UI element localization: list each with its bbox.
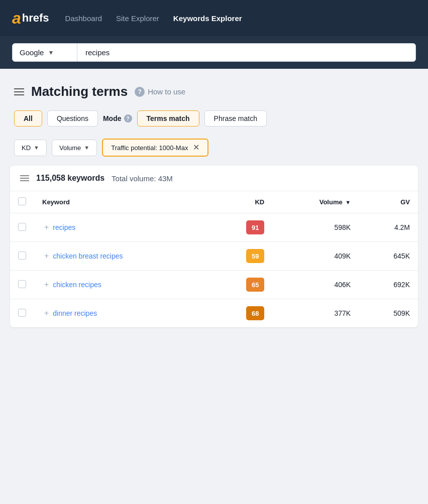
table-row: + chicken recipes 65 406K 692K — [10, 271, 418, 299]
row-checkbox-cell[interactable] — [10, 271, 34, 299]
keywords-count: 115,058 keywords — [36, 174, 104, 183]
volume-cell: 406K — [272, 271, 359, 299]
filter-row: KD ▼ Volume ▼ Traffic potential: 1000-Ma… — [0, 134, 428, 166]
tab-all[interactable]: All — [14, 110, 42, 127]
kd-cell: 59 — [210, 242, 272, 271]
page-header: Matching terms ? How to use — [0, 79, 428, 107]
row-checkbox-cell[interactable] — [10, 299, 34, 328]
gv-cell: 4.2M — [359, 213, 418, 242]
engine-chevron-icon: ▼ — [48, 49, 54, 56]
volume-sort-icon: ▼ — [345, 199, 351, 205]
col-header-gv: GV — [359, 191, 418, 213]
sidebar-toggle-icon[interactable] — [14, 88, 24, 95]
select-all-checkbox[interactable] — [18, 197, 26, 205]
add-keyword-button[interactable]: + — [42, 251, 51, 260]
keyword-link[interactable]: dinner recipes — [53, 309, 97, 317]
volume-cell: 409K — [272, 242, 359, 271]
kd-cell: 91 — [210, 213, 272, 242]
nav-dashboard[interactable]: Dashboard — [65, 14, 102, 23]
stats-row: 115,058 keywords Total volume: 43M — [10, 166, 418, 191]
table-row: + chicken breast recipes 59 409K 645K — [10, 242, 418, 271]
select-all-checkbox-header[interactable] — [10, 191, 34, 213]
tab-terms-match[interactable]: Terms match — [137, 110, 199, 127]
keyword-link[interactable]: chicken breast recipes — [53, 252, 123, 260]
keyword-link[interactable]: chicken recipes — [53, 281, 101, 289]
row-checkbox-cell[interactable] — [10, 213, 34, 242]
main-nav: Dashboard Site Explorer Keywords Explore… — [65, 14, 242, 23]
add-keyword-button[interactable]: + — [42, 223, 51, 231]
tab-phrase-match[interactable]: Phrase match — [204, 110, 267, 127]
keyword-cell: + dinner recipes — [34, 299, 210, 328]
mode-help-icon: ? — [124, 114, 132, 122]
page-title: Matching terms — [31, 84, 128, 99]
header: a hrefs Dashboard Site Explorer Keywords… — [0, 0, 428, 36]
nav-keywords-explorer[interactable]: Keywords Explorer — [173, 14, 242, 23]
kd-badge: 91 — [246, 220, 264, 234]
table-header-row: Keyword KD Volume ▼ GV — [10, 191, 418, 213]
traffic-filter-close-icon[interactable]: ✕ — [193, 144, 199, 152]
total-volume: Total volume: 43M — [112, 174, 173, 183]
kd-badge: 65 — [246, 278, 264, 292]
engine-label: Google — [20, 48, 44, 57]
keyword-cell: + recipes — [34, 213, 210, 242]
keyword-cell: + chicken breast recipes — [34, 242, 210, 271]
volume-label: Volume — [59, 144, 81, 152]
logo-a-letter: a — [12, 10, 21, 26]
logo-hrefs-text: hrefs — [22, 12, 49, 25]
volume-cell: 377K — [272, 299, 359, 328]
page-content: Matching terms ? How to use All Question… — [0, 69, 428, 327]
add-keyword-button[interactable]: + — [42, 280, 51, 289]
tab-questions[interactable]: Questions — [47, 110, 98, 127]
search-input[interactable] — [77, 43, 416, 62]
keywords-table: Keyword KD Volume ▼ GV + recipes — [10, 191, 418, 327]
gv-cell: 692K — [359, 271, 418, 299]
how-to-use-button[interactable]: ? How to use — [135, 87, 185, 97]
kd-chevron-icon: ▼ — [34, 145, 39, 151]
kd-label: KD — [22, 144, 31, 152]
col-header-kd: KD — [210, 191, 272, 213]
traffic-filter-label: Traffic potential: 1000-Max — [111, 144, 188, 152]
how-to-use-label: How to use — [148, 87, 185, 96]
results-menu-icon[interactable] — [20, 175, 29, 181]
nav-site-explorer[interactable]: Site Explorer — [116, 14, 159, 23]
search-bar: Google ▼ — [0, 36, 428, 69]
kd-cell: 68 — [210, 299, 272, 328]
keyword-cell: + chicken recipes — [34, 271, 210, 299]
row-checkbox[interactable] — [18, 309, 26, 317]
table-row: + recipes 91 598K 4.2M — [10, 213, 418, 242]
row-checkbox[interactable] — [18, 223, 26, 231]
kd-dropdown[interactable]: KD ▼ — [14, 140, 47, 156]
kd-badge: 59 — [246, 249, 264, 263]
col-header-volume[interactable]: Volume ▼ — [272, 191, 359, 213]
logo: a hrefs — [12, 10, 49, 26]
filter-tabs-row: All Questions Mode ? Terms match Phrase … — [0, 107, 428, 134]
add-keyword-button[interactable]: + — [42, 309, 51, 317]
engine-select[interactable]: Google ▼ — [12, 43, 77, 62]
help-circle-icon: ? — [135, 87, 145, 97]
table-row: + dinner recipes 68 377K 509K — [10, 299, 418, 328]
mode-label: Mode ? — [103, 114, 132, 122]
kd-cell: 65 — [210, 271, 272, 299]
kd-badge: 68 — [246, 306, 264, 320]
col-header-keyword: Keyword — [34, 191, 210, 213]
volume-chevron-icon: ▼ — [84, 145, 89, 151]
row-checkbox-cell[interactable] — [10, 242, 34, 271]
gv-cell: 645K — [359, 242, 418, 271]
row-checkbox[interactable] — [18, 251, 26, 260]
volume-cell: 598K — [272, 213, 359, 242]
volume-dropdown[interactable]: Volume ▼ — [52, 140, 97, 156]
keyword-link[interactable]: recipes — [53, 223, 75, 231]
gv-cell: 509K — [359, 299, 418, 328]
results-card: 115,058 keywords Total volume: 43M Keywo… — [10, 166, 418, 327]
traffic-potential-filter[interactable]: Traffic potential: 1000-Max ✕ — [102, 139, 208, 157]
row-checkbox[interactable] — [18, 280, 26, 288]
